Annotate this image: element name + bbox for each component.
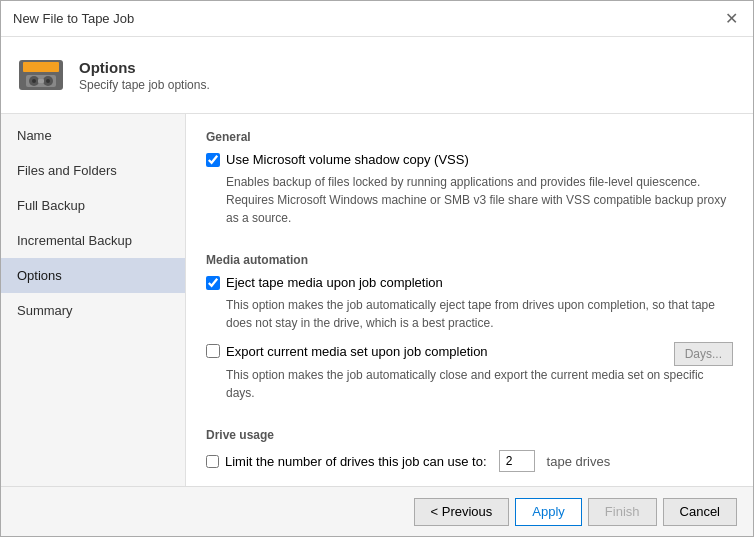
export-row: Export current media set upon job comple… xyxy=(206,342,733,366)
sidebar-item-full-backup[interactable]: Full Backup xyxy=(1,188,185,223)
sidebar-item-options[interactable]: Options xyxy=(1,258,185,293)
eject-label[interactable]: Eject tape media upon job completion xyxy=(226,275,443,290)
drive-count-input[interactable] xyxy=(499,450,535,472)
media-section-title: Media automation xyxy=(206,253,733,267)
tape-icon xyxy=(18,55,64,95)
vss-checkbox[interactable] xyxy=(206,153,220,167)
svg-rect-1 xyxy=(23,62,59,72)
eject-row: Eject tape media upon job completion xyxy=(206,275,733,290)
drive-limit-row: Limit the number of drives this job can … xyxy=(206,450,733,472)
export-checkbox-row: Export current media set upon job comple… xyxy=(206,344,674,359)
svg-point-4 xyxy=(32,79,36,83)
close-button[interactable]: ✕ xyxy=(721,9,741,29)
limit-drives-checkbox[interactable] xyxy=(206,455,219,468)
content: General Use Microsoft volume shadow copy… xyxy=(186,114,753,486)
footer: < Previous Apply Finish Cancel xyxy=(1,486,753,536)
days-button[interactable]: Days... xyxy=(674,342,733,366)
header: Options Specify tape job options. xyxy=(1,37,753,114)
tape-icon-container xyxy=(17,51,65,99)
finish-button[interactable]: Finish xyxy=(588,498,657,526)
sidebar-item-incremental-backup[interactable]: Incremental Backup xyxy=(1,223,185,258)
apply-button[interactable]: Apply xyxy=(515,498,582,526)
general-section-title: General xyxy=(206,130,733,144)
cancel-button[interactable]: Cancel xyxy=(663,498,737,526)
eject-description: This option makes the job automatically … xyxy=(226,296,733,332)
eject-checkbox[interactable] xyxy=(206,276,220,290)
sidebar-item-files-and-folders[interactable]: Files and Folders xyxy=(1,153,185,188)
vss-description: Enables backup of files locked by runnin… xyxy=(226,173,733,227)
header-text: Options Specify tape job options. xyxy=(79,59,210,92)
page-subtitle: Specify tape job options. xyxy=(79,78,210,92)
title-bar: New File to Tape Job ✕ xyxy=(1,1,753,37)
limit-drives-label[interactable]: Limit the number of drives this job can … xyxy=(225,454,487,469)
sidebar-item-name[interactable]: Name xyxy=(1,118,185,153)
sidebar: Name Files and Folders Full Backup Incre… xyxy=(1,114,186,486)
drive-suffix: tape drives xyxy=(547,454,611,469)
export-checkbox[interactable] xyxy=(206,344,220,358)
dialog: New File to Tape Job ✕ Options Specify t… xyxy=(0,0,754,537)
export-description: This option makes the job automatically … xyxy=(226,366,733,402)
dialog-title: New File to Tape Job xyxy=(13,11,134,26)
sidebar-item-summary[interactable]: Summary xyxy=(1,293,185,328)
vss-label[interactable]: Use Microsoft volume shadow copy (VSS) xyxy=(226,152,469,167)
svg-rect-7 xyxy=(38,79,44,83)
drive-section-title: Drive usage xyxy=(206,428,733,442)
vss-row: Use Microsoft volume shadow copy (VSS) xyxy=(206,152,733,167)
body: Name Files and Folders Full Backup Incre… xyxy=(1,114,753,486)
page-title: Options xyxy=(79,59,210,76)
svg-point-6 xyxy=(46,79,50,83)
export-label[interactable]: Export current media set upon job comple… xyxy=(226,344,488,359)
previous-button[interactable]: < Previous xyxy=(414,498,510,526)
